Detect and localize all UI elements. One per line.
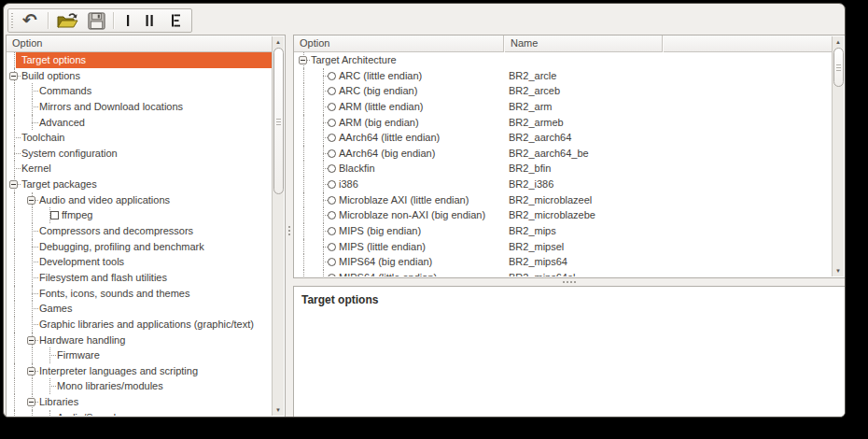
vertical-splitter[interactable]: [286, 35, 293, 418]
tree-item-label: Kernel: [21, 161, 51, 177]
radio-button[interactable]: [328, 196, 336, 205]
tree-row[interactable]: Audio/Sound: [7, 410, 272, 416]
single-view-button[interactable]: [120, 10, 135, 31]
collapse-expander-icon[interactable]: [27, 398, 35, 406]
tree-row[interactable]: Commands: [7, 83, 272, 99]
collapse-expander-icon[interactable]: [299, 56, 307, 64]
load-button[interactable]: [53, 10, 81, 31]
tree-row[interactable]: Build options: [7, 68, 272, 84]
radio-button[interactable]: [328, 87, 336, 95]
radio-button[interactable]: [328, 149, 336, 158]
left-vertical-scrollbar[interactable]: ▲ ▼: [272, 36, 284, 416]
tree-row[interactable]: MIPS (big endian)BR2_mips: [295, 223, 832, 239]
xconfig-window: ↶: [3, 3, 846, 418]
tree-row[interactable]: System configuration: [7, 146, 272, 162]
tree-row[interactable]: Mono libraries/modules: [7, 378, 272, 394]
scroll-down-button[interactable]: ▼: [833, 265, 844, 276]
column-separator[interactable]: [662, 35, 664, 52]
tree-row[interactable]: Filesystem and flash utilities: [7, 270, 272, 286]
tree-row[interactable]: AArch64 (big endian)BR2_aarch64_be: [295, 146, 832, 162]
full-view-button[interactable]: [165, 10, 186, 31]
tree-row[interactable]: Graphic libraries and applications (grap…: [7, 317, 272, 333]
tree-row[interactable]: Games: [7, 301, 272, 317]
tree-row[interactable]: Kernel: [7, 161, 272, 177]
tree-guide: [14, 301, 15, 317]
tree-row[interactable]: Target Architecture: [295, 52, 832, 68]
tree-row[interactable]: Development tools: [7, 254, 272, 270]
tree-row[interactable]: ARM (big endian)BR2_armeb: [295, 115, 832, 131]
radio-button[interactable]: [328, 180, 336, 189]
tree-row[interactable]: ARC (little endian)BR2_arcle: [295, 68, 832, 84]
radio-button[interactable]: [328, 72, 336, 80]
radio-button[interactable]: [328, 258, 336, 266]
split-view-button[interactable]: [140, 10, 159, 31]
scrollbar-thumb[interactable]: [273, 48, 284, 194]
tree-row[interactable]: MIPS64 (little endian)BR2_mips64el: [295, 270, 832, 276]
toolbar-grip[interactable]: [11, 13, 13, 28]
scrollbar-thumb[interactable]: [833, 48, 844, 87]
checkbox[interactable]: [50, 211, 59, 220]
tree-item-label: ffmpeg: [62, 207, 92, 223]
tree-row[interactable]: Advanced: [7, 115, 272, 131]
radio-button[interactable]: [328, 134, 336, 142]
tree-row[interactable]: Firmware: [7, 347, 272, 363]
back-button[interactable]: ↶: [18, 10, 42, 31]
right-vertical-scrollbar[interactable]: ▲ ▼: [832, 36, 844, 276]
radio-button[interactable]: [328, 119, 336, 127]
collapse-expander-icon[interactable]: [27, 367, 35, 375]
tree-row[interactable]: Microblaze AXI (little endian)BR2_microb…: [295, 192, 832, 208]
collapse-expander-icon[interactable]: [9, 180, 18, 189]
tree-row[interactable]: BlackfinBR2_bfin: [295, 161, 832, 177]
tree-row[interactable]: MIPS (little endian)BR2_mipsel: [295, 239, 832, 255]
tree-guide: [32, 122, 38, 123]
tree-item-label: Microblaze non-AXI (big endian): [339, 207, 485, 223]
radio-button[interactable]: [328, 103, 336, 111]
radio-button[interactable]: [328, 227, 336, 235]
tree-item-label: Compressors and decompressors: [39, 223, 193, 239]
tree-row[interactable]: ARM (little endian)BR2_arm: [295, 99, 832, 115]
scroll-up-button[interactable]: ▲: [833, 36, 844, 48]
tree-row[interactable]: Microblaze non-AXI (big endian)BR2_micro…: [295, 207, 832, 223]
tree-row[interactable]: Compressors and decompressors: [7, 223, 272, 239]
config-tree: Target optionsBuild optionsCommandsMirro…: [7, 52, 272, 416]
save-button[interactable]: [83, 10, 109, 31]
name-column-header[interactable]: Name: [503, 35, 662, 52]
column-separator[interactable]: [503, 35, 505, 52]
collapse-expander-icon[interactable]: [27, 196, 35, 205]
collapse-expander-icon[interactable]: [9, 72, 18, 80]
tree-item-label: AArch64 (little endian): [339, 130, 440, 146]
tree-row[interactable]: Hardware handling: [7, 333, 272, 348]
horizontal-splitter[interactable]: [293, 278, 846, 286]
tree-guide: [303, 270, 304, 276]
tree-row[interactable]: i386BR2_i386: [295, 177, 832, 192]
tree-row[interactable]: Fonts, icons, sounds and themes: [7, 286, 272, 302]
tree-row[interactable]: Mirrors and Download locations: [7, 99, 272, 115]
tree-row[interactable]: AArch64 (little endian)BR2_aarch64: [295, 130, 832, 146]
minus-icon: [29, 371, 34, 372]
tree-row[interactable]: Audio and video applications: [7, 192, 272, 208]
tree-row[interactable]: Libraries: [7, 394, 272, 410]
scroll-down-button[interactable]: ▼: [273, 404, 284, 416]
symbol-name: BR2_mips64el: [509, 270, 576, 276]
radio-button[interactable]: [328, 243, 336, 251]
option-column-header[interactable]: Option: [294, 35, 503, 52]
tree-row[interactable]: Interpreter languages and scripting: [7, 363, 272, 379]
minus-icon: [301, 60, 305, 61]
radio-button[interactable]: [328, 211, 336, 220]
tree-guide: [303, 115, 304, 131]
radio-button[interactable]: [328, 164, 336, 173]
radio-button[interactable]: [328, 274, 336, 276]
tree-row[interactable]: Toolchain: [7, 130, 272, 146]
symbol-name: BR2_microblazeel: [509, 192, 592, 208]
tree-row[interactable]: ffmpeg: [7, 207, 272, 223]
tree-guide: [32, 378, 33, 394]
tree-row[interactable]: Debugging, profiling and benchmark: [7, 239, 272, 255]
option-column-header[interactable]: Option: [7, 35, 273, 52]
tree-row[interactable]: Target packages: [7, 177, 272, 192]
tree-row[interactable]: MIPS64 (big endian)BR2_mips64: [295, 254, 832, 270]
tree-row[interactable]: ARC (big endian)BR2_arceb: [295, 83, 832, 99]
collapse-expander-icon[interactable]: [27, 336, 35, 345]
scroll-up-button[interactable]: ▲: [273, 36, 284, 48]
full-view-icon: [167, 12, 184, 29]
tree-row[interactable]: Target options: [7, 52, 272, 68]
